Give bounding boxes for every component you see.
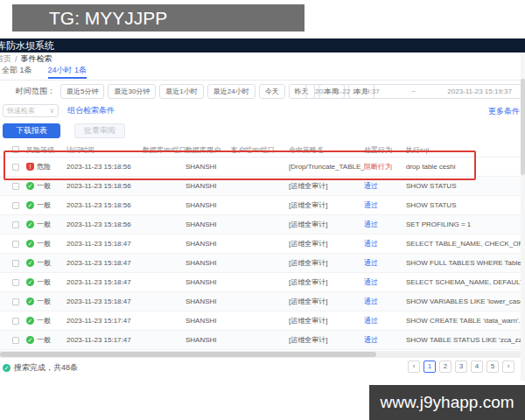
breadcrumb-current: 事件检索 — [21, 53, 52, 65]
time-range-label: 时间范围： — [16, 86, 55, 97]
row-checkbox[interactable] — [12, 260, 19, 267]
policy-name: [运维全审计] — [289, 335, 364, 345]
sql-text: SHOW STATUS — [406, 201, 525, 209]
tab-all[interactable]: 全部 1条 — [2, 65, 32, 79]
vertical-scrollbar-thumb[interactable] — [521, 79, 525, 175]
row-checkbox[interactable] — [12, 279, 19, 286]
batch-review-button[interactable]: 批量审阅 — [74, 123, 125, 138]
table-row[interactable]: ✓一般2023-11-23 15:17:47SHANSHI[运维全审计]通过SH… — [0, 331, 525, 350]
table-header-row: 风险等级访问时间数据库IP/端口数据库用户客户端IP/端口命中策略名处置行为执行… — [0, 143, 525, 158]
action-label[interactable]: 通过 — [364, 181, 406, 191]
risk-label: 危险 — [37, 162, 51, 172]
next-page-button[interactable]: › — [502, 360, 514, 373]
breadcrumb: 首页 / 事件检索 — [0, 53, 525, 65]
db-user: SHANSHI — [186, 220, 231, 228]
chevron-down-icon: ∨ — [49, 107, 54, 115]
app-header-bar: 数据库防水坝系统 — [0, 38, 525, 52]
quick-range-button[interactable]: 最近1小时 — [159, 84, 203, 99]
select-all-checkbox[interactable] — [12, 146, 19, 153]
quick-range-button[interactable]: 最近5分钟 — [60, 84, 104, 99]
check-icon: ✓ — [26, 220, 34, 228]
combo-search-link[interactable]: 组合检索条件 — [67, 105, 115, 116]
risk-badge: ✓一般 — [26, 200, 66, 210]
table-row[interactable]: ✓一般2023-11-23 15:18:56SHANSHI[运维全审计]通过SH… — [0, 196, 525, 215]
row-checkbox[interactable] — [12, 318, 19, 325]
row-checkbox[interactable] — [12, 241, 19, 248]
prev-page-button[interactable]: ‹ — [408, 360, 420, 373]
action-label[interactable]: 通过 — [364, 220, 406, 229]
quick-search-select[interactable]: 快速检索 ∨ — [3, 104, 59, 117]
action-label[interactable]: 通过 — [364, 239, 406, 248]
pagination: ‹12345› — [408, 360, 514, 373]
table-row[interactable]: ✓一般2023-11-23 15:18:47SHANSHI[运维全审计]通过SE… — [0, 234, 525, 254]
action-label[interactable]: 通过 — [364, 258, 406, 268]
vertical-scrollbar[interactable] — [521, 52, 525, 381]
page-button[interactable]: 1 — [424, 360, 436, 373]
row-checkbox[interactable] — [12, 202, 19, 209]
sql-text: SET PROFILING = 1 — [406, 220, 525, 228]
sql-text: drop table ceshi — [406, 163, 525, 171]
download-report-button[interactable]: 下载报表 — [3, 123, 60, 138]
column-header: 数据库IP/端口 — [143, 145, 186, 155]
action-label[interactable]: 通过 — [364, 335, 406, 345]
event-table: 风险等级访问时间数据库IP/端口数据库用户客户端IP/端口命中策略名处置行为执行… — [0, 143, 525, 350]
risk-badge: ✓一般 — [26, 181, 66, 191]
column-header: 访问时间 — [66, 145, 143, 155]
search-status-text: 搜索完成，共48条 — [14, 362, 78, 374]
table-row[interactable]: ✓一般2023-11-23 15:18:56SHANSHI[运维全审计]通过SE… — [0, 215, 525, 234]
page-button[interactable]: 4 — [471, 360, 483, 373]
column-header: 命中策略名 — [289, 145, 364, 155]
risk-label: 一般 — [37, 258, 51, 268]
table-row[interactable]: ✓一般2023-11-23 15:18:56SHANSHI[运维全审计]通过SH… — [0, 177, 525, 196]
column-header: 数据库用户 — [186, 145, 231, 155]
app-title: 数据库防水坝系统 — [0, 38, 54, 52]
risk-label: 一般 — [37, 335, 51, 345]
db-user: SHANSHI — [186, 336, 231, 344]
table-row[interactable]: ✓一般2023-11-23 15:18:47SHANSHI[运维全审计]通过SE… — [0, 273, 525, 292]
sql-text: SELECT TABLE_NAME, CHECK_OPTION, IS_UPDA… — [406, 240, 525, 248]
date-to-value[interactable]: 2023-11-23 15:19:37 — [447, 88, 512, 95]
page-button[interactable]: 2 — [439, 360, 452, 373]
tab-divider — [0, 80, 525, 80]
access-time: 2023-11-23 15:17:47 — [66, 317, 143, 325]
risk-label: 一般 — [37, 220, 51, 229]
quick-range-button[interactable]: 今天 — [259, 84, 285, 99]
row-checkbox[interactable] — [12, 221, 19, 228]
db-user: SHANSHI — [186, 278, 231, 286]
page-button[interactable]: 3 — [455, 360, 467, 373]
db-user: SHANSHI — [186, 298, 231, 305]
check-icon: ✓ — [26, 182, 34, 190]
row-checkbox[interactable] — [12, 164, 19, 171]
action-label[interactable]: 通过 — [364, 316, 406, 326]
action-label[interactable]: 通过 — [364, 200, 406, 210]
horizontal-scrollbar[interactable] — [0, 351, 525, 358]
more-conditions-link[interactable]: 更多条件 — [488, 106, 520, 117]
horizontal-scrollbar-thumb[interactable] — [0, 352, 376, 357]
breadcrumb-home[interactable]: 首页 — [0, 53, 11, 65]
row-checkbox[interactable] — [12, 298, 19, 305]
check-icon: ✓ — [26, 259, 34, 267]
risk-badge: !危险 — [26, 162, 66, 172]
action-label[interactable]: 通过 — [364, 277, 406, 287]
action-label[interactable]: 通过 — [364, 297, 406, 306]
policy-name: [运维全审计] — [289, 220, 364, 229]
table-row[interactable]: ✓一般2023-11-23 15:17:47SHANSHI[运维全审计]通过SH… — [0, 312, 525, 331]
quick-range-button[interactable]: 最近30分钟 — [108, 84, 156, 99]
page-button[interactable]: 5 — [486, 360, 499, 373]
policy-name: [Drop/Truncate_TABLE_MySql] — [289, 163, 364, 171]
access-time: 2023-11-23 15:18:56 — [66, 201, 143, 209]
row-checkbox[interactable] — [12, 337, 19, 344]
table-row[interactable]: !危险2023-11-23 15:18:56SHANSHI[Drop/Trunc… — [0, 158, 525, 177]
column-header: 处置行为 — [364, 145, 406, 155]
risk-badge: ✓一般 — [26, 277, 66, 287]
sql-text: SHOW VARIABLES LIKE 'lower_case_%'; SHOW… — [406, 298, 525, 305]
table-row[interactable]: ✓一般2023-11-23 15:18:47SHANSHI[运维全审计]通过SH… — [0, 254, 525, 273]
sql-text: SHOW STATUS — [406, 182, 525, 190]
row-checkbox[interactable] — [12, 183, 19, 190]
tab-24h[interactable]: 24小时 1条 — [48, 65, 88, 79]
top-watermark: TG: MYYJJPP — [12, 4, 304, 32]
quick-range-button[interactable]: 最近24小时 — [207, 84, 256, 99]
table-row[interactable]: ✓一般2023-11-23 15:18:47SHANSHI[运维全审计]通过SH… — [0, 292, 525, 312]
date-range-picker[interactable]: 2023-11-22 15:19:37 ~ 2023-11-23 15:19:3… — [305, 84, 522, 99]
date-from-value[interactable]: 2023-11-22 15:19:37 — [315, 88, 380, 95]
